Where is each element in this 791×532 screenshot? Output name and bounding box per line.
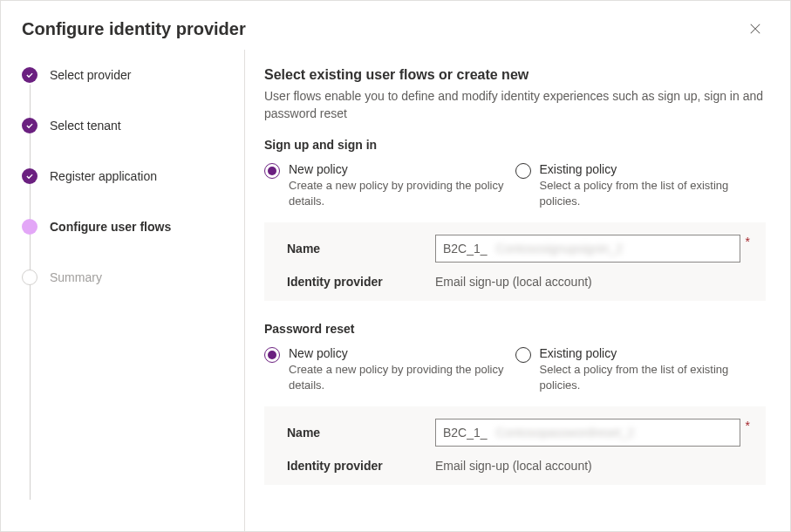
option-desc: Select a policy from the list of existin… bbox=[540, 178, 758, 208]
radio-unselected-icon bbox=[515, 163, 531, 179]
step-select-tenant[interactable]: Select tenant bbox=[22, 118, 223, 133]
close-button[interactable] bbox=[741, 15, 769, 43]
option-desc: Select a policy from the list of existin… bbox=[540, 362, 758, 392]
name-label: Name bbox=[287, 426, 435, 440]
section-title-signup: Sign up and sign in bbox=[264, 138, 766, 152]
reset-existing-policy-option[interactable]: Existing policy Select a policy from the… bbox=[515, 346, 767, 392]
reset-idp-value: Email sign-up (local account) bbox=[435, 459, 750, 473]
main-content: Select existing user flows or create new… bbox=[245, 50, 790, 532]
signup-policy-options: New policy Create a new policy by provid… bbox=[264, 162, 766, 208]
reset-new-policy-option[interactable]: New policy Create a new policy by provid… bbox=[264, 346, 515, 392]
option-label: New policy bbox=[289, 162, 507, 176]
idp-label: Identity provider bbox=[287, 459, 435, 473]
required-indicator: * bbox=[746, 419, 750, 433]
name-prefix: B2C_1_ bbox=[443, 426, 488, 440]
content-title: Select existing user flows or create new bbox=[264, 67, 766, 83]
step-current-icon bbox=[22, 219, 38, 235]
option-desc: Create a new policy by providing the pol… bbox=[289, 178, 507, 208]
name-prefix: B2C_1_ bbox=[443, 242, 488, 256]
reset-policy-options: New policy Create a new policy by provid… bbox=[264, 346, 766, 392]
signup-name-input[interactable]: B2C_1_ bbox=[435, 235, 740, 263]
step-label: Select provider bbox=[50, 68, 131, 82]
step-complete-icon bbox=[22, 118, 38, 133]
step-summary[interactable]: Summary bbox=[22, 269, 223, 285]
wizard-steps-sidebar: Select provider Select tenant Register a… bbox=[1, 50, 245, 532]
step-label: Select tenant bbox=[50, 119, 121, 133]
section-title-reset: Password reset bbox=[264, 322, 766, 336]
step-select-provider[interactable]: Select provider bbox=[22, 67, 223, 83]
step-future-icon bbox=[22, 269, 38, 285]
step-complete-icon bbox=[22, 67, 38, 83]
radio-unselected-icon bbox=[515, 347, 531, 363]
close-icon bbox=[749, 23, 761, 35]
step-complete-icon bbox=[22, 168, 38, 184]
reset-name-field[interactable] bbox=[494, 425, 733, 440]
option-label: Existing policy bbox=[540, 162, 758, 176]
configure-idp-panel: Configure identity provider Select provi… bbox=[0, 0, 791, 532]
idp-label: Identity provider bbox=[287, 275, 435, 289]
signup-idp-value: Email sign-up (local account) bbox=[435, 275, 750, 289]
signup-existing-policy-option[interactable]: Existing policy Select a policy from the… bbox=[515, 162, 767, 208]
option-label: New policy bbox=[289, 346, 507, 360]
step-configure-user-flows[interactable]: Configure user flows bbox=[22, 219, 223, 235]
required-indicator: * bbox=[746, 235, 750, 249]
reset-name-input[interactable]: B2C_1_ bbox=[435, 419, 740, 447]
panel-title: Configure identity provider bbox=[22, 19, 246, 39]
signup-form-box: Name B2C_1_ * Identity provider Email si… bbox=[264, 222, 766, 301]
signup-new-policy-option[interactable]: New policy Create a new policy by provid… bbox=[264, 162, 515, 208]
radio-selected-icon bbox=[264, 163, 280, 179]
step-register-application[interactable]: Register application bbox=[22, 168, 223, 184]
step-label: Register application bbox=[50, 169, 157, 183]
content-description: User flows enable you to define and modi… bbox=[264, 88, 766, 122]
option-desc: Create a new policy by providing the pol… bbox=[289, 362, 507, 392]
step-connector-line bbox=[30, 85, 31, 500]
panel-header: Configure identity provider bbox=[1, 1, 790, 50]
step-label: Configure user flows bbox=[50, 220, 171, 234]
option-label: Existing policy bbox=[540, 346, 758, 360]
name-label: Name bbox=[287, 242, 435, 256]
signup-name-field[interactable] bbox=[494, 241, 733, 256]
reset-form-box: Name B2C_1_ * Identity provider Email si… bbox=[264, 406, 766, 485]
step-label: Summary bbox=[50, 270, 102, 284]
radio-selected-icon bbox=[264, 347, 280, 363]
